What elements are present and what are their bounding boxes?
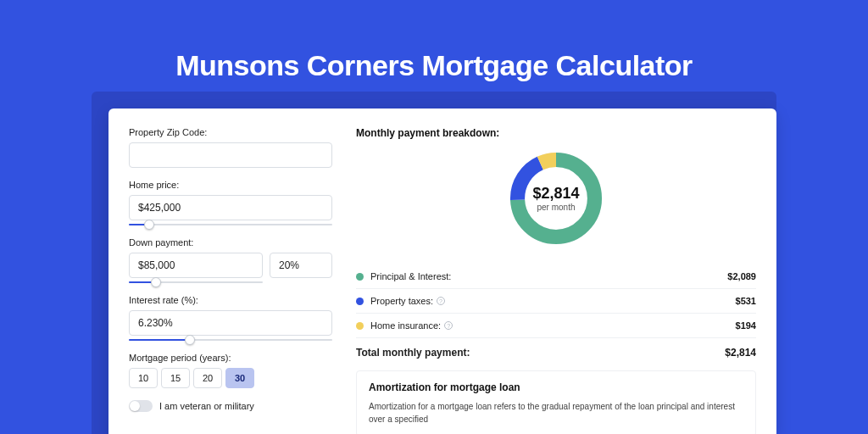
total-row: Total monthly payment: $2,814: [356, 337, 756, 370]
veteran-toggle[interactable]: [129, 400, 153, 412]
legend-label: Property taxes:?: [370, 296, 736, 306]
legend-value: $194: [736, 320, 756, 331]
down-payment-percent-input[interactable]: [270, 253, 332, 278]
legend-row: Home insurance:?$194: [356, 314, 756, 337]
zip-label: Property Zip Code:: [129, 127, 332, 137]
amortization-title: Amortization for mortgage loan: [369, 381, 743, 393]
page-title: Munsons Corners Mortgage Calculator: [0, 0, 868, 82]
down-payment-field-group: Down payment:: [129, 237, 332, 283]
donut-chart-wrap: $2,814 per month: [356, 147, 756, 249]
legend-label-text: Property taxes:: [370, 296, 433, 306]
down-payment-slider[interactable]: [129, 281, 263, 283]
legend-label: Principal & Interest:: [370, 271, 727, 281]
calculator-panel: Property Zip Code: Home price: Down paym…: [108, 108, 776, 434]
home-price-label: Home price:: [129, 180, 332, 190]
legend-value: $2,089: [727, 271, 756, 281]
interest-rate-slider[interactable]: [129, 339, 332, 341]
period-option-30[interactable]: 30: [225, 368, 254, 388]
period-field-group: Mortgage period (years): 10152030: [129, 353, 332, 388]
home-price-input[interactable]: [129, 195, 332, 220]
interest-field-group: Interest rate (%):: [129, 295, 332, 341]
inputs-column: Property Zip Code: Home price: Down paym…: [129, 127, 332, 434]
breakdown-title: Monthly payment breakdown:: [356, 127, 756, 139]
donut-subtext: per month: [532, 203, 579, 212]
breakdown-column: Monthly payment breakdown: $2,814 per mo…: [356, 127, 756, 434]
legend-dot-icon: [356, 273, 364, 281]
veteran-label: I am veteran or military: [159, 401, 254, 411]
veteran-toggle-row: I am veteran or military: [129, 400, 332, 412]
interest-rate-input[interactable]: [129, 310, 332, 336]
info-icon[interactable]: ?: [444, 321, 453, 330]
amortization-card: Amortization for mortgage loan Amortizat…: [356, 370, 756, 434]
period-option-10[interactable]: 10: [129, 368, 158, 388]
zip-input[interactable]: [129, 142, 332, 168]
donut-value: $2,814: [532, 185, 579, 203]
down-payment-input[interactable]: [129, 253, 263, 278]
down-payment-slider-thumb[interactable]: [151, 277, 161, 287]
period-option-15[interactable]: 15: [161, 368, 190, 388]
donut-center: $2,814 per month: [532, 185, 579, 212]
donut-chart: $2,814 per month: [505, 147, 607, 249]
breakdown-legend: Principal & Interest:$2,089Property taxe…: [356, 264, 756, 337]
legend-value: $531: [736, 296, 756, 306]
legend-row: Principal & Interest:$2,089: [356, 264, 756, 289]
period-option-20[interactable]: 20: [193, 368, 222, 388]
home-price-slider[interactable]: [129, 224, 332, 225]
interest-rate-slider-thumb[interactable]: [185, 335, 195, 345]
home-price-field-group: Home price:: [129, 180, 332, 225]
mortgage-period-label: Mortgage period (years):: [129, 353, 332, 363]
down-payment-label: Down payment:: [129, 237, 332, 248]
legend-dot-icon: [356, 298, 364, 305]
legend-dot-icon: [356, 322, 364, 330]
interest-rate-slider-fill: [129, 339, 190, 341]
legend-label: Home insurance:?: [370, 320, 736, 331]
total-label: Total monthly payment:: [356, 347, 725, 359]
mortgage-period-options: 10152030: [129, 368, 332, 388]
home-price-slider-thumb[interactable]: [144, 220, 154, 230]
legend-row: Property taxes:?$531: [356, 289, 756, 314]
amortization-text: Amortization for a mortgage loan refers …: [369, 400, 743, 426]
legend-label-text: Home insurance:: [370, 320, 441, 331]
zip-field-group: Property Zip Code:: [129, 127, 332, 168]
info-icon[interactable]: ?: [437, 297, 445, 305]
legend-label-text: Principal & Interest:: [370, 271, 451, 281]
total-value: $2,814: [725, 347, 756, 359]
interest-rate-label: Interest rate (%):: [129, 295, 332, 305]
